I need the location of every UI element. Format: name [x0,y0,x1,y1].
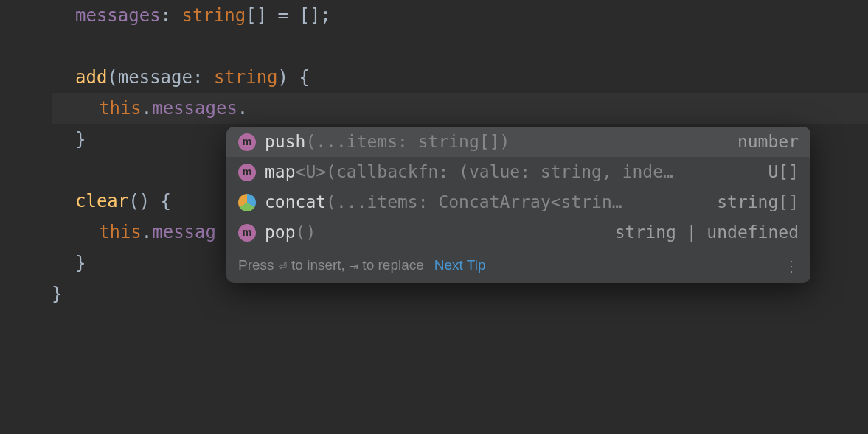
token-punct: () { [128,186,171,217]
code-line: add(message: string) { [52,62,868,93]
completion-item[interactable]: concat(...items: ConcatArray<strin… stri… [226,187,810,217]
blank-line [52,31,868,62]
token-punct: : [192,63,214,93]
token-method: clear [75,186,128,217]
more-options-icon[interactable]: ⋮ [784,253,799,279]
token-method: add [75,63,107,93]
completion-return-type: number [737,127,799,156]
method-icon [238,194,256,211]
enter-key-icon: ⏎ [279,253,287,277]
completion-return-type: U[] [768,158,799,186]
token-param: message [118,63,192,93]
token-punct: . [142,217,152,248]
token-type: string [182,1,246,31]
completion-item[interactable]: m pop() string | undefined [226,217,810,248]
completion-name: pop [265,223,296,242]
completion-params: <U>(callbackfn: (value: string, inde… [296,162,673,181]
token-punct: ) { [278,63,310,93]
hint-text: to insert, [291,253,345,277]
completion-params: () [296,223,316,242]
token-brace: } [75,125,86,155]
token-this: this [99,217,142,248]
token-field: messages [152,94,237,124]
completion-return-type: string[] [717,188,799,217]
method-icon: m [238,164,256,181]
hint-text: Press [238,253,274,277]
token-brace: } [75,248,86,279]
completion-item[interactable]: m map<U>(callbackfn: (value: string, ind… [226,157,810,187]
token-punct: ( [107,63,117,93]
hint-text: to replace [362,253,423,277]
token-field: messag [152,217,216,248]
token-field: messages [75,1,161,31]
next-tip-link[interactable]: Next Tip [434,253,486,277]
token-punct: [] = []; [246,1,331,31]
completion-footer: Press ⏎ to insert, ⇥ to replace Next Tip… [226,248,810,283]
completion-name: push [265,132,305,151]
completion-name: concat [265,192,326,211]
completion-popup: m push(...items: string[]) number m map<… [226,127,810,283]
token-type: string [214,63,278,93]
completion-params: (...items: ConcatArray<strin… [326,192,622,211]
token-punct: . [142,94,152,124]
code-line: } [52,279,868,309]
code-line-active: this.messages. [52,93,868,124]
completion-return-type: string | undefined [615,218,799,247]
token-this: this [99,94,142,124]
tab-key-icon: ⇥ [350,253,358,277]
completion-params: (...items: string[]) [305,132,510,151]
token-punct: . [237,94,248,124]
token-brace: } [52,279,62,309]
completion-name: map [265,162,296,181]
method-icon: m [238,224,256,242]
token-punct: : [161,1,182,31]
completion-item[interactable]: m push(...items: string[]) number [226,127,810,157]
method-icon: m [238,133,256,151]
code-line: messages: string[] = []; [52,0,868,31]
